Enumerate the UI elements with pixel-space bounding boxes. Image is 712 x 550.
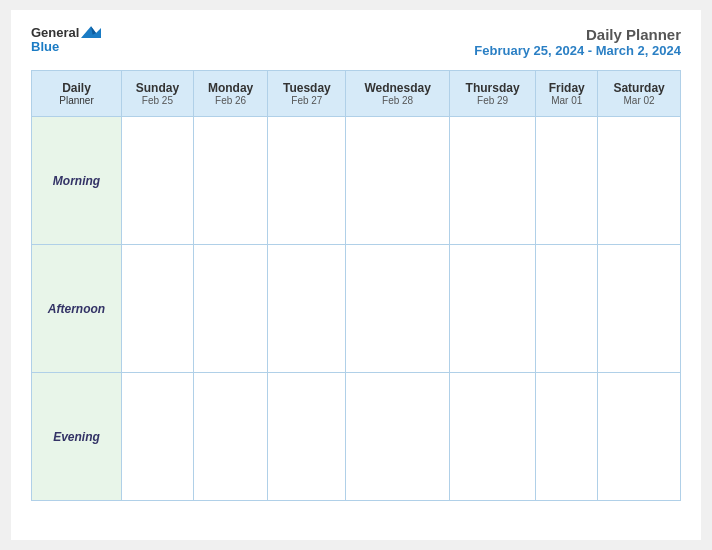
afternoon-label: Afternoon (32, 245, 122, 373)
col-header-sat: Saturday Mar 02 (598, 71, 681, 117)
evening-fri[interactable] (536, 373, 598, 501)
evening-wed[interactable] (346, 373, 450, 501)
morning-sat[interactable] (598, 117, 681, 245)
morning-wed[interactable] (346, 117, 450, 245)
morning-thu[interactable] (449, 117, 535, 245)
afternoon-mon[interactable] (193, 245, 268, 373)
label-daily: Daily (36, 81, 117, 95)
header: General Blue Daily Planner February 25, … (31, 26, 681, 58)
row-evening: Evening (32, 373, 681, 501)
evening-mon[interactable] (193, 373, 268, 501)
planner-title: Daily Planner (474, 26, 681, 43)
svg-marker-0 (81, 26, 101, 38)
page: General Blue Daily Planner February 25, … (11, 10, 701, 540)
col-header-tue: Tuesday Feb 27 (268, 71, 346, 117)
col-header-wed: Wednesday Feb 28 (346, 71, 450, 117)
afternoon-tue[interactable] (268, 245, 346, 373)
evening-sat[interactable] (598, 373, 681, 501)
evening-label: Evening (32, 373, 122, 501)
label-planner: Planner (36, 95, 117, 106)
col-header-sun: Sunday Feb 25 (122, 71, 194, 117)
col-header-fri: Friday Mar 01 (536, 71, 598, 117)
col-header-label: Daily Planner (32, 71, 122, 117)
evening-tue[interactable] (268, 373, 346, 501)
logo-general: General (31, 26, 79, 40)
planner-date-range: February 25, 2024 - March 2, 2024 (474, 43, 681, 58)
planner-table: Daily Planner Sunday Feb 25 Monday Feb 2… (31, 70, 681, 501)
afternoon-fri[interactable] (536, 245, 598, 373)
morning-label: Morning (32, 117, 122, 245)
morning-sun[interactable] (122, 117, 194, 245)
morning-tue[interactable] (268, 117, 346, 245)
row-morning: Morning (32, 117, 681, 245)
title-area: Daily Planner February 25, 2024 - March … (474, 26, 681, 58)
logo-bird-icon (81, 26, 101, 40)
evening-sun[interactable] (122, 373, 194, 501)
morning-mon[interactable] (193, 117, 268, 245)
afternoon-wed[interactable] (346, 245, 450, 373)
morning-fri[interactable] (536, 117, 598, 245)
evening-thu[interactable] (449, 373, 535, 501)
logo-blue: Blue (31, 40, 59, 54)
header-row: Daily Planner Sunday Feb 25 Monday Feb 2… (32, 71, 681, 117)
col-header-mon: Monday Feb 26 (193, 71, 268, 117)
afternoon-sun[interactable] (122, 245, 194, 373)
afternoon-thu[interactable] (449, 245, 535, 373)
col-header-thu: Thursday Feb 29 (449, 71, 535, 117)
logo-area: General Blue (31, 26, 101, 55)
row-afternoon: Afternoon (32, 245, 681, 373)
afternoon-sat[interactable] (598, 245, 681, 373)
